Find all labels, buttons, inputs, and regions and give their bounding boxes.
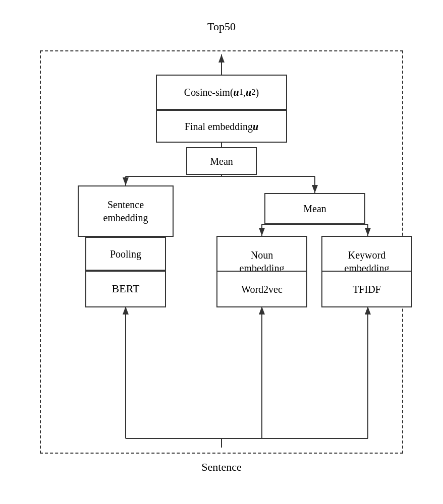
word2vec-box: Word2vec bbox=[216, 271, 307, 307]
cosine-sim-box: Cosine-sim(u1,u2) bbox=[156, 75, 287, 110]
tfidf-box: TFIDF bbox=[321, 271, 412, 307]
final-embedding-box: Final embedding u bbox=[156, 110, 287, 143]
diagram: Top50 Sentence bbox=[30, 20, 413, 484]
mean-right-box: Mean bbox=[264, 193, 365, 224]
pooling-box: Pooling bbox=[85, 237, 166, 271]
sentence-label: Sentence bbox=[201, 461, 241, 474]
bert-box: BERT bbox=[85, 271, 166, 307]
sentence-embedding-box: Sentenceembedding bbox=[78, 185, 174, 237]
mean-top-box: Mean bbox=[186, 147, 257, 175]
top50-label: Top50 bbox=[207, 20, 236, 33]
